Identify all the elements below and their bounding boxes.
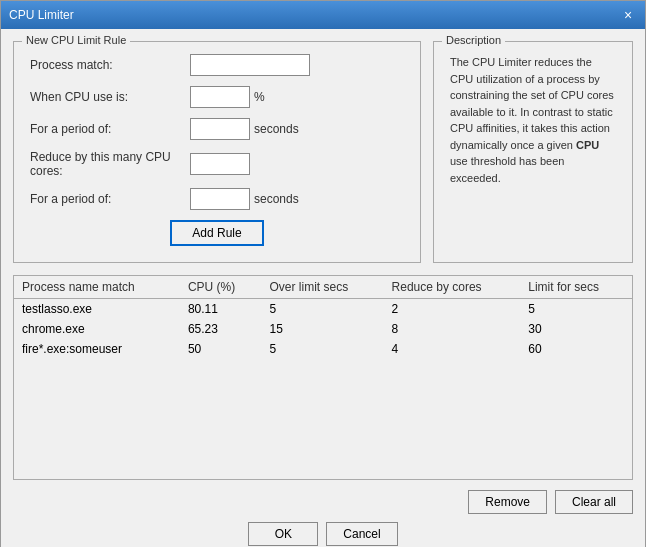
- reduce-cores-input[interactable]: [190, 153, 250, 175]
- footer-row: OK Cancel: [13, 522, 633, 546]
- cell-process: testlasso.exe: [14, 299, 180, 320]
- window-title: CPU Limiter: [9, 8, 74, 22]
- process-match-input[interactable]: [190, 54, 310, 76]
- close-button[interactable]: ×: [619, 6, 637, 24]
- col-cpu: CPU (%): [180, 276, 262, 299]
- main-window: CPU Limiter × New CPU Limit Rule Process…: [0, 0, 646, 547]
- period2-row: For a period of: seconds: [30, 188, 404, 210]
- add-rule-button[interactable]: Add Rule: [170, 220, 263, 246]
- reduce-cores-row: Reduce by this many CPU cores:: [30, 150, 404, 178]
- cell-reduce-cores: 2: [384, 299, 521, 320]
- cell-over-limit: 15: [262, 319, 384, 339]
- cell-over-limit: 5: [262, 299, 384, 320]
- table-row[interactable]: fire*.exe:someuser 50 5 4 60: [14, 339, 632, 359]
- cell-cpu: 80.11: [180, 299, 262, 320]
- cell-process: chrome.exe: [14, 319, 180, 339]
- cpu-use-input[interactable]: [190, 86, 250, 108]
- ok-button[interactable]: OK: [248, 522, 318, 546]
- cell-over-limit: 5: [262, 339, 384, 359]
- table-row[interactable]: testlasso.exe 80.11 5 2 5: [14, 299, 632, 320]
- col-over-limit: Over limit secs: [262, 276, 384, 299]
- process-match-label: Process match:: [30, 58, 190, 72]
- rules-table-section: Process name match CPU (%) Over limit se…: [13, 275, 633, 480]
- window-body: New CPU Limit Rule Process match: When C…: [1, 29, 645, 547]
- cell-cpu: 65.23: [180, 319, 262, 339]
- seconds-unit1: seconds: [254, 122, 299, 136]
- add-rule-row: Add Rule: [30, 220, 404, 246]
- table-empty-area: [14, 359, 632, 479]
- seconds-unit2: seconds: [254, 192, 299, 206]
- cancel-button[interactable]: Cancel: [326, 522, 397, 546]
- cell-reduce-cores: 4: [384, 339, 521, 359]
- percent-unit: %: [254, 90, 265, 104]
- title-bar: CPU Limiter ×: [1, 1, 645, 29]
- description-text: The CPU Limiter reduces the CPU utilizat…: [450, 54, 616, 186]
- period2-label: For a period of:: [30, 192, 190, 206]
- table-row[interactable]: chrome.exe 65.23 15 8 30: [14, 319, 632, 339]
- table-header-row: Process name match CPU (%) Over limit se…: [14, 276, 632, 299]
- col-process: Process name match: [14, 276, 180, 299]
- col-limit-secs: Limit for secs: [520, 276, 632, 299]
- table-header: Process name match CPU (%) Over limit se…: [14, 276, 632, 299]
- clear-all-button[interactable]: Clear all: [555, 490, 633, 514]
- reduce-cores-label: Reduce by this many CPU cores:: [30, 150, 190, 178]
- period1-row: For a period of: seconds: [30, 118, 404, 140]
- cpu-use-label: When CPU use is:: [30, 90, 190, 104]
- period1-label: For a period of:: [30, 122, 190, 136]
- cell-process: fire*.exe:someuser: [14, 339, 180, 359]
- table-body: testlasso.exe 80.11 5 2 5 chrome.exe 65.…: [14, 299, 632, 360]
- cpu-use-row: When CPU use is: %: [30, 86, 404, 108]
- cell-limit-secs: 60: [520, 339, 632, 359]
- form-panel: New CPU Limit Rule Process match: When C…: [13, 41, 421, 263]
- cell-limit-secs: 5: [520, 299, 632, 320]
- cpu-highlight: CPU: [576, 139, 599, 151]
- cell-reduce-cores: 8: [384, 319, 521, 339]
- period2-input[interactable]: [190, 188, 250, 210]
- bottom-buttons-row: Remove Clear all: [13, 490, 633, 514]
- form-panel-title: New CPU Limit Rule: [22, 34, 130, 46]
- remove-button[interactable]: Remove: [468, 490, 547, 514]
- cell-cpu: 50: [180, 339, 262, 359]
- process-match-row: Process match:: [30, 54, 404, 76]
- top-section: New CPU Limit Rule Process match: When C…: [13, 41, 633, 263]
- col-reduce-cores: Reduce by cores: [384, 276, 521, 299]
- description-title: Description: [442, 34, 505, 46]
- period1-input[interactable]: [190, 118, 250, 140]
- description-panel: Description The CPU Limiter reduces the …: [433, 41, 633, 263]
- cell-limit-secs: 30: [520, 319, 632, 339]
- rules-table: Process name match CPU (%) Over limit se…: [14, 276, 632, 359]
